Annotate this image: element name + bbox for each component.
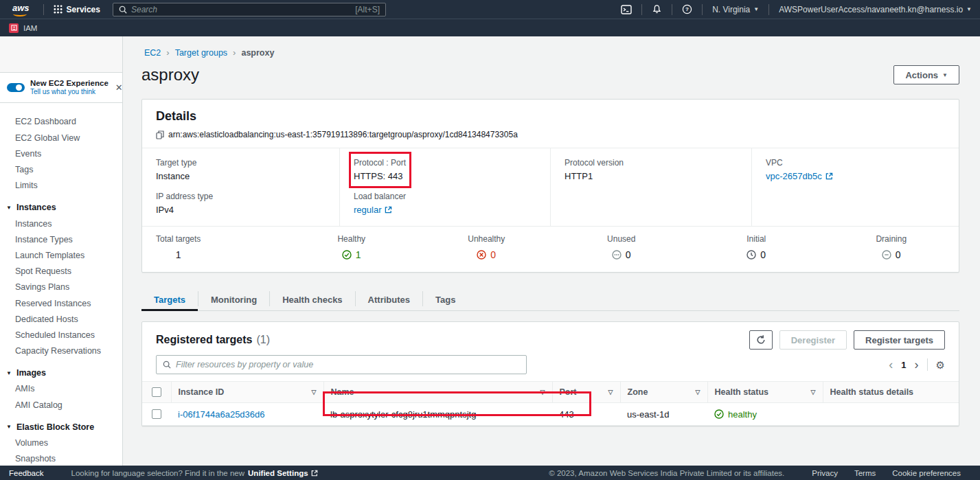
tab-health-checks[interactable]: Health checks xyxy=(270,288,354,310)
services-menu-button[interactable]: Services xyxy=(51,5,103,14)
register-targets-button[interactable]: Register targets xyxy=(854,330,945,350)
next-page-icon[interactable]: › xyxy=(915,358,919,371)
settings-gear-icon[interactable]: ⚙ xyxy=(936,360,945,370)
sort-icon[interactable]: ▽ xyxy=(608,389,613,396)
notifications-bell-icon[interactable] xyxy=(652,4,662,14)
sidebar-item-snapshots[interactable]: Snapshots xyxy=(0,451,122,466)
health-status-value: healthy xyxy=(714,409,816,420)
sidebar-item-dedicated-hosts[interactable]: Dedicated Hosts xyxy=(0,311,122,327)
console-footer: Feedback Looking for language selection?… xyxy=(0,466,980,480)
load-balancer-link[interactable]: regular xyxy=(354,205,392,215)
sidebar-item-instances[interactable]: Instances xyxy=(0,216,122,231)
field-vpc: VPC vpc-2657db5c xyxy=(766,158,945,181)
field-target-type: Target type Instance xyxy=(156,158,326,181)
close-icon[interactable]: ✕ xyxy=(114,82,123,93)
sidebar-item-capacity-reservations[interactable]: Capacity Reservations xyxy=(0,343,122,359)
column-zone: Zone▽ xyxy=(620,382,707,403)
previous-page-icon[interactable]: ‹ xyxy=(889,358,893,371)
copy-icon[interactable] xyxy=(156,130,164,139)
favorite-iam-link[interactable]: IAM xyxy=(9,23,37,33)
account-menu[interactable]: AWSPowerUserAccess/navaneeth.kn@harness.… xyxy=(779,5,972,14)
sidebar-item-spot-requests[interactable]: Spot Requests xyxy=(0,264,122,279)
experience-toggle[interactable] xyxy=(7,83,25,92)
filter-box[interactable] xyxy=(156,355,527,374)
page-number[interactable]: 1 xyxy=(901,360,906,370)
aws-logo[interactable]: aws xyxy=(8,3,36,16)
search-icon xyxy=(163,361,171,369)
terms-link[interactable]: Terms xyxy=(854,469,876,477)
sidebar-item-instance-types[interactable]: Instance Types xyxy=(0,231,122,247)
filter-input[interactable] xyxy=(176,360,520,369)
ellipsis-circle-icon xyxy=(612,250,622,260)
breadcrumb-current: asproxy xyxy=(241,48,274,58)
sidebar-item-launch-templates[interactable]: Launch Templates xyxy=(0,247,122,263)
sort-icon[interactable]: ▽ xyxy=(312,389,317,396)
region-label: N. Virginia xyxy=(712,5,750,14)
experience-title: New EC2 Experience xyxy=(30,78,109,88)
row-checkbox[interactable] xyxy=(152,409,161,419)
registered-targets-count: (1) xyxy=(257,334,271,346)
tab-tags[interactable]: Tags xyxy=(423,288,468,310)
sidebar-item-ec2-global-view[interactable]: EC2 Global View xyxy=(0,130,122,146)
experience-feedback-link[interactable]: Tell us what you think xyxy=(30,88,109,97)
account-label: AWSPowerUserAccess/navaneeth.kn@harness.… xyxy=(779,5,963,14)
registered-targets-panel: Registered targets (1) Deregister Regist… xyxy=(141,321,959,426)
sidebar-top-spacer xyxy=(0,36,122,72)
search-shortcut-hint: [Alt+S] xyxy=(355,5,380,14)
breadcrumb-separator: › xyxy=(166,47,169,58)
sidebar-item-limits[interactable]: Limits xyxy=(0,178,122,194)
cloudshell-icon[interactable] xyxy=(621,5,632,14)
main-content: EC2 › Target groups › asproxy asproxy Ac… xyxy=(124,36,980,466)
details-panel: Details arn:aws:elasticloadbalancing:us-… xyxy=(141,99,959,273)
top-navigation-bar: aws Services [Alt+S] ? N. Virginia▼ AWSP… xyxy=(0,0,980,19)
sidebar-item-savings-plans[interactable]: Savings Plans xyxy=(0,279,122,295)
stat-initial: Initial 0 xyxy=(689,227,824,272)
sidebar-item-ec2-dashboard[interactable]: EC2 Dashboard xyxy=(0,114,122,130)
feedback-link[interactable]: Feedback xyxy=(9,469,44,477)
sidebar-item-volumes[interactable]: Volumes xyxy=(0,435,122,450)
pagination: ‹ 1 › ⚙ xyxy=(889,358,945,371)
favorites-bar: IAM xyxy=(0,19,980,36)
sort-icon[interactable]: ▽ xyxy=(696,389,700,396)
sidebar-item-events[interactable]: Events xyxy=(0,146,122,161)
actions-button[interactable]: Actions▼ xyxy=(893,65,959,84)
select-all-checkbox[interactable] xyxy=(152,387,161,397)
sidebar-item-tags[interactable]: Tags xyxy=(0,161,122,177)
global-search-box[interactable]: [Alt+S] xyxy=(113,3,386,16)
cookie-preferences-link[interactable]: Cookie preferences xyxy=(892,469,961,477)
unified-settings-link[interactable]: Unified Settings xyxy=(248,469,318,477)
tab-attributes[interactable]: Attributes xyxy=(356,288,422,310)
sidebar-item-scheduled-instances[interactable]: Scheduled Instances xyxy=(0,327,122,343)
external-link-icon xyxy=(825,172,833,180)
favorite-iam-label: IAM xyxy=(23,24,37,32)
field-load-balancer: Load balancer regular xyxy=(354,192,536,215)
refresh-button[interactable] xyxy=(749,330,773,350)
breadcrumb-target-groups[interactable]: Target groups xyxy=(175,48,227,58)
sidebar-item-reserved-instances[interactable]: Reserved Instances xyxy=(0,295,122,311)
stat-unused: Unused 0 xyxy=(554,227,690,272)
instance-id-link[interactable]: i-06f1744a6a25d36d6 xyxy=(178,409,265,420)
select-all-header xyxy=(142,382,171,403)
sidebar-section-instances[interactable]: ▼Instances xyxy=(0,200,122,216)
column-instance-id: Instance ID▽ xyxy=(171,382,323,403)
ec2-sidebar: New EC2 Experience Tell us what you thin… xyxy=(0,36,123,466)
breadcrumb-ec2[interactable]: EC2 xyxy=(144,48,161,58)
minus-circle-icon xyxy=(882,250,891,260)
services-grid-icon xyxy=(54,5,62,14)
sidebar-section-images[interactable]: ▼Images xyxy=(0,365,122,381)
services-label: Services xyxy=(67,5,100,14)
sidebar-section-elastic-block-store[interactable]: ▼Elastic Block Store xyxy=(0,419,122,435)
tab-monitoring[interactable]: Monitoring xyxy=(198,288,269,310)
vpc-link[interactable]: vpc-2657db5c xyxy=(766,171,833,181)
sidebar-item-amis[interactable]: AMIs xyxy=(0,381,122,397)
region-selector[interactable]: N. Virginia▼ xyxy=(712,5,759,14)
search-input[interactable] xyxy=(131,5,351,14)
sort-icon[interactable]: ▽ xyxy=(811,389,816,396)
divider xyxy=(672,4,672,15)
sort-icon[interactable]: ▽ xyxy=(540,389,545,396)
sidebar-item-ami-catalog[interactable]: AMI Catalog xyxy=(0,397,122,413)
help-icon[interactable]: ? xyxy=(682,4,692,14)
deregister-button[interactable]: Deregister xyxy=(779,330,847,350)
privacy-link[interactable]: Privacy xyxy=(812,469,838,477)
tab-targets[interactable]: Targets xyxy=(141,288,198,311)
